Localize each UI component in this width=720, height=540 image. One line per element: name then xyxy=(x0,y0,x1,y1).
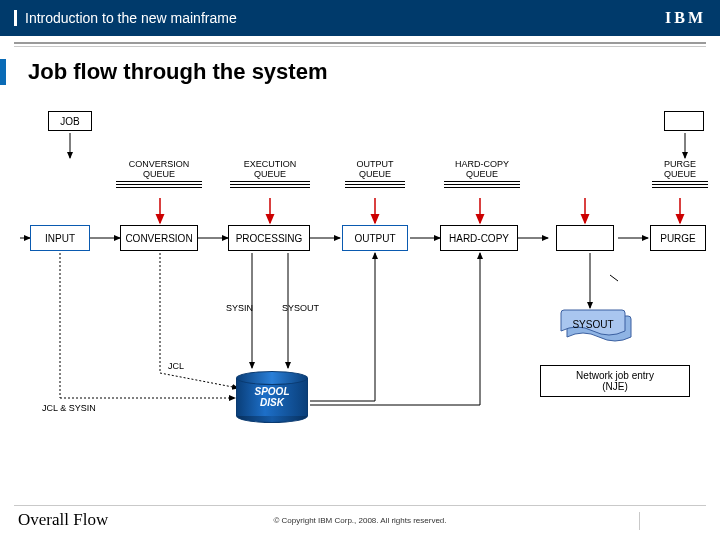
footer-left: Overall Flow xyxy=(18,510,108,530)
stage-hardcopy: HARD-COPY xyxy=(440,225,518,251)
spool-disk-label: SPOOL DISK xyxy=(254,386,289,408)
sysout-document: SYSOUT xyxy=(560,309,626,339)
footer: Overall Flow © Copyright IBM Corp., 2008… xyxy=(0,510,720,530)
stage-purge xyxy=(556,225,614,251)
queue-hardcopy-label: HARD-COPY QUEUE xyxy=(444,159,520,179)
label-jcl: JCL xyxy=(168,361,184,371)
queue-output: OUTPUT QUEUE xyxy=(345,159,405,188)
purge-source-box xyxy=(664,111,704,131)
stage-output: OUTPUT xyxy=(342,225,408,251)
label-jcl-sysin: JCL & SYSIN xyxy=(42,403,96,413)
queue-execution-label: EXECUTION QUEUE xyxy=(230,159,310,179)
header-bar: Introduction to the new mainframe IBM xyxy=(0,0,720,36)
queue-execution: EXECUTION QUEUE xyxy=(230,159,310,188)
page-title: Job flow through the system xyxy=(0,59,720,85)
label-sysin: SYSIN xyxy=(226,303,253,313)
header-rules xyxy=(0,42,720,47)
stage-conversion: CONVERSION xyxy=(120,225,198,251)
spool-disk: SPOOL DISK xyxy=(236,371,308,423)
queue-purge: PURGE QUEUE xyxy=(652,159,708,188)
job-flow-diagram: JOB CONVERSION QUEUE EXECUTION QUEUE OUT… xyxy=(20,103,700,443)
header-title: Introduction to the new mainframe xyxy=(14,10,237,26)
ibm-logo: IBM xyxy=(665,9,706,27)
stage-input: INPUT xyxy=(30,225,90,251)
nje-box: Network job entry (NJE) xyxy=(540,365,690,397)
label-sysout: SYSOUT xyxy=(282,303,319,313)
queue-conversion: CONVERSION QUEUE xyxy=(116,159,202,188)
queue-conversion-label: CONVERSION QUEUE xyxy=(116,159,202,179)
copyright: © Copyright IBM Corp., 2008. All rights … xyxy=(273,516,446,525)
svg-line-17 xyxy=(160,373,238,388)
queue-purge-label: PURGE QUEUE xyxy=(652,159,708,179)
stage-processing: PROCESSING xyxy=(228,225,310,251)
sysout-document-label: SYSOUT xyxy=(560,309,626,339)
footer-separator xyxy=(639,512,640,530)
queue-output-label: OUTPUT QUEUE xyxy=(345,159,405,179)
stage-purge-2: PURGE xyxy=(650,225,706,251)
footer-rule xyxy=(14,505,706,506)
queue-hardcopy: HARD-COPY QUEUE xyxy=(444,159,520,188)
job-box: JOB xyxy=(48,111,92,131)
nje-label: Network job entry (NJE) xyxy=(576,370,654,392)
